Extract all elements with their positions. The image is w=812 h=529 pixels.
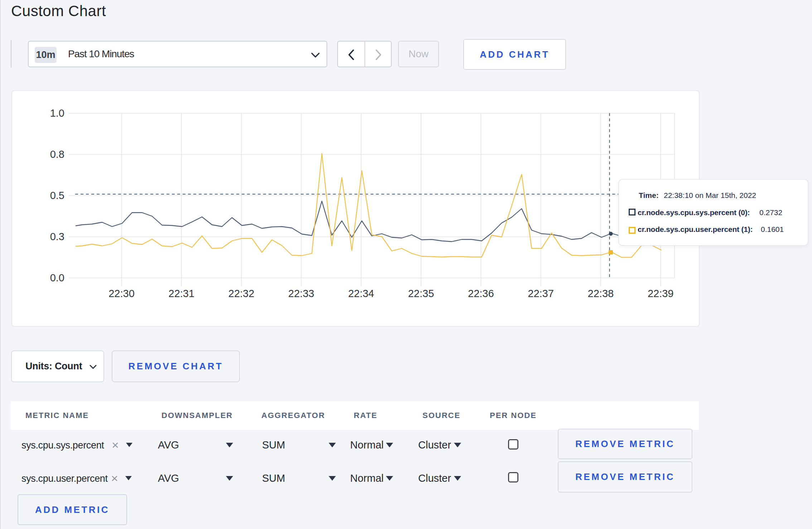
svg-text:1.0: 1.0 <box>50 107 64 119</box>
svg-text:0.0: 0.0 <box>50 272 64 283</box>
svg-text:22:38: 22:38 <box>588 288 614 299</box>
svg-text:0.5: 0.5 <box>50 190 64 201</box>
svg-text:22:32: 22:32 <box>228 288 255 299</box>
svg-text:22:39: 22:39 <box>648 288 674 299</box>
svg-text:0.8: 0.8 <box>50 149 64 160</box>
svg-text:22:36: 22:36 <box>468 288 494 299</box>
svg-text:22:34: 22:34 <box>348 288 374 299</box>
svg-text:22:37: 22:37 <box>528 288 554 299</box>
svg-text:22:35: 22:35 <box>408 288 434 299</box>
svg-text:0.3: 0.3 <box>50 231 64 242</box>
svg-text:22:31: 22:31 <box>169 288 195 299</box>
svg-text:22:33: 22:33 <box>288 288 314 299</box>
svg-text:22:30: 22:30 <box>108 288 135 299</box>
